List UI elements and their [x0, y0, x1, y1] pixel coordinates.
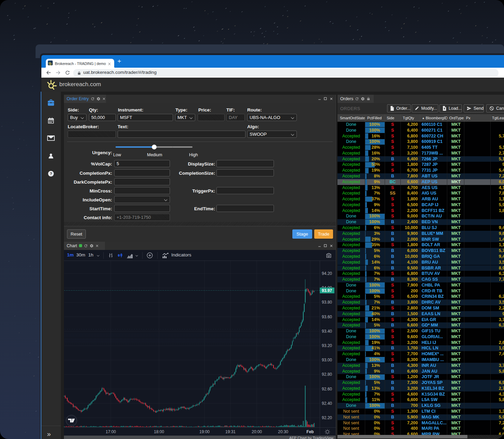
svg-text:18:00: 18:00	[154, 429, 164, 434]
svg-text:93.60: 93.60	[322, 315, 332, 319]
svg-text:?: ?	[50, 171, 52, 176]
svg-text:19:00: 19:00	[199, 429, 210, 434]
svg-text:17:00: 17:00	[106, 429, 116, 434]
svg-text:92.60: 92.60	[322, 387, 332, 391]
svg-text:20:30: 20:30	[278, 429, 288, 434]
svg-text:94.20: 94.20	[322, 271, 332, 276]
svg-text:92.20: 92.20	[322, 415, 332, 420]
svg-text:20:00: 20:00	[252, 429, 262, 434]
svg-text:93.97: 93.97	[322, 288, 332, 293]
svg-text:Feb: Feb	[306, 429, 314, 434]
svg-text:92.80: 92.80	[322, 372, 332, 377]
svg-text:92.40: 92.40	[322, 401, 332, 406]
svg-text:93.20: 93.20	[322, 343, 332, 348]
svg-text:19:31: 19:31	[225, 429, 236, 434]
svg-text:93.00: 93.00	[322, 358, 332, 362]
svg-text:93.80: 93.80	[322, 300, 332, 305]
svg-text:93.40: 93.40	[322, 329, 332, 334]
